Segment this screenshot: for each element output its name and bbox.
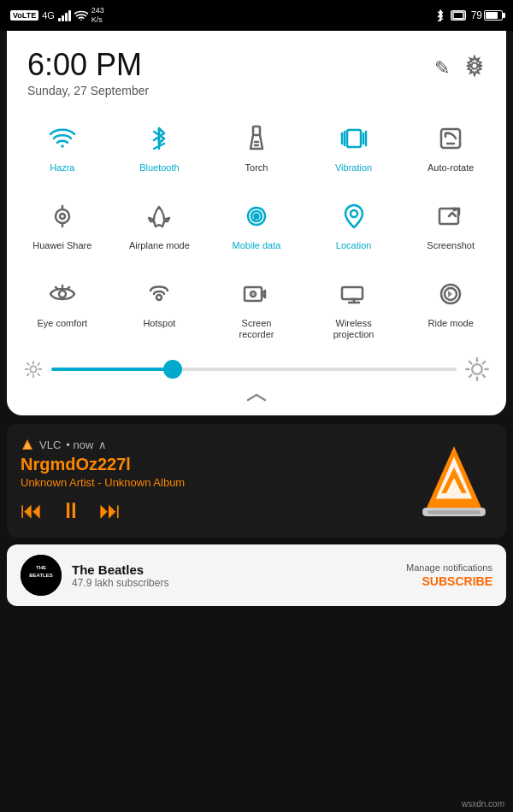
toggle-label-hotspot: Hotspot xyxy=(143,318,175,329)
svg-rect-9 xyxy=(253,127,260,135)
bluetooth-toggle-icon xyxy=(140,120,178,157)
svg-line-33 xyxy=(56,287,57,289)
toggle-label-auto-rotate: Auto-rotate xyxy=(428,162,474,174)
beatles-left: THE BEATLES The Beatles 47.9 lakh subscr… xyxy=(21,555,168,596)
watermark: wsxdn.com xyxy=(462,799,504,809)
svg-rect-4 xyxy=(453,12,463,19)
brightness-low-icon xyxy=(24,360,43,379)
svg-text:THE: THE xyxy=(36,565,46,570)
toggle-ride-mode[interactable]: Ride mode xyxy=(402,265,499,347)
battery-fill xyxy=(486,12,498,19)
location-toggle-icon xyxy=(335,197,373,235)
toggle-label-mobile-data: Mobile data xyxy=(233,240,281,251)
wifi-icon xyxy=(74,9,88,21)
vlc-header: VLC • now ∧ xyxy=(21,438,416,451)
svg-line-50 xyxy=(27,363,29,365)
panel-header: 6:00 PM Sunday, 27 September ✎ xyxy=(7,31,506,106)
toggle-auto-rotate[interactable]: Auto-rotate xyxy=(402,109,499,180)
beatles-text: The Beatles 47.9 lakh subscribers xyxy=(72,562,168,589)
edit-button[interactable]: ✎ xyxy=(434,57,450,79)
vlc-logo xyxy=(416,443,492,520)
svg-point-36 xyxy=(156,295,162,300)
manage-notifications-text: Manage notifications xyxy=(406,562,492,573)
svg-point-19 xyxy=(56,209,69,223)
toggle-label-wireless-projection: Wireless projection xyxy=(333,318,374,340)
header-icons: ✎ xyxy=(434,55,486,82)
toggle-hotspot[interactable]: Hotspot xyxy=(111,265,209,347)
quick-grid-row1: Hazra Bluetooth xyxy=(7,106,506,184)
vlc-next-button[interactable]: ⏭ xyxy=(99,497,121,524)
vibration-toggle-icon xyxy=(335,120,373,157)
torch-toggle-icon xyxy=(238,120,275,157)
toggle-bluetooth[interactable]: Bluetooth xyxy=(111,109,209,180)
svg-rect-12 xyxy=(347,130,361,147)
vlc-artist: Unknown Artist - Unknown Album xyxy=(21,476,416,489)
svg-point-32 xyxy=(59,291,66,297)
toggle-label-screen-recorder: Screen recorder xyxy=(239,318,274,340)
battery-icon xyxy=(484,10,503,21)
battery-percent: 79 xyxy=(471,9,482,21)
svg-rect-17 xyxy=(441,129,460,148)
settings-button[interactable] xyxy=(463,55,486,82)
beatles-logo: THE BEATLES xyxy=(21,555,62,596)
toggle-label-torch: Torch xyxy=(245,162,268,174)
notification-panel: 6:00 PM Sunday, 27 September ✎ xyxy=(7,31,506,415)
volte-badge: VoLTE xyxy=(10,10,38,21)
toggle-label-ride-mode: Ride mode xyxy=(428,318,474,329)
brightness-thumb[interactable] xyxy=(163,360,182,379)
signal-bars xyxy=(58,9,71,21)
status-bar: VoLTE 4G 243K/s 79 xyxy=(0,0,513,31)
screenshot-toggle-icon xyxy=(432,197,469,235)
toggle-screen-recorder[interactable]: Screen recorder xyxy=(208,265,305,347)
toggle-eye-comfort[interactable]: Eye comfort xyxy=(14,265,111,347)
toggle-mobile-data[interactable]: 1 Mobile data xyxy=(208,187,305,258)
wireless-projection-toggle-icon xyxy=(335,275,373,313)
toggle-hazra[interactable]: Hazra xyxy=(14,109,111,180)
subscribe-button[interactable]: SUBSCRIBE xyxy=(422,574,492,588)
toggle-screenshot[interactable]: Screenshot xyxy=(402,187,499,258)
toggle-airplane-mode[interactable]: Airplane mode xyxy=(111,187,209,258)
huawei-share-toggle-icon xyxy=(44,197,81,235)
vlc-info: VLC • now ∧ NrgmdOz227l Unknown Artist -… xyxy=(21,438,416,524)
signal-type: 4G xyxy=(42,10,55,21)
vlc-app-name: VLC xyxy=(39,438,61,451)
time-block: 6:00 PM Sunday, 27 September xyxy=(27,48,149,97)
svg-point-56 xyxy=(472,365,482,375)
svg-text:1: 1 xyxy=(252,213,256,221)
hotspot-toggle-icon xyxy=(140,275,178,313)
toggle-location[interactable]: Location xyxy=(305,187,403,258)
speed-text: 243K/s xyxy=(91,6,104,25)
vlc-chevron: ∧ xyxy=(98,438,107,451)
beatles-right: Manage notifications SUBSCRIBE xyxy=(406,562,492,588)
vlc-small-icon xyxy=(21,438,34,451)
svg-point-27 xyxy=(351,210,357,217)
svg-line-64 xyxy=(483,362,485,363)
toggle-torch[interactable]: Torch xyxy=(208,109,305,180)
toggle-label-eye-comfort: Eye comfort xyxy=(37,318,87,329)
svg-rect-41 xyxy=(342,287,363,299)
svg-point-0 xyxy=(80,20,82,21)
collapse-arrow[interactable] xyxy=(7,385,506,409)
vlc-track-title: NrgmdOz227l xyxy=(21,455,416,474)
quick-grid-row2: Huawei Share Airplane mode 1 Mobile da xyxy=(7,184,506,262)
status-right: 79 xyxy=(435,9,503,22)
toggle-label-hazra: Hazra xyxy=(50,162,74,174)
brightness-slider[interactable] xyxy=(51,368,457,371)
toggle-label-location: Location xyxy=(336,240,372,251)
beatles-subscribers: 47.9 lakh subscribers xyxy=(72,577,168,589)
toggle-label-vibration: Vibration xyxy=(335,162,372,174)
brightness-fill xyxy=(51,368,173,371)
svg-line-35 xyxy=(68,287,69,289)
vlc-pause-button[interactable]: ⏸ xyxy=(60,497,82,524)
toggle-wireless-projection[interactable]: Wireless projection xyxy=(305,265,403,347)
toggle-label-bluetooth: Bluetooth xyxy=(139,162,179,174)
svg-line-51 xyxy=(38,374,39,376)
auto-rotate-toggle-icon xyxy=(432,120,469,157)
beatles-channel-name: The Beatles xyxy=(72,562,168,577)
toggle-vibration[interactable]: Vibration xyxy=(305,109,403,180)
vlc-prev-button[interactable]: ⏮ xyxy=(21,497,43,524)
airplane-toggle-icon xyxy=(140,197,178,235)
screen-recorder-toggle-icon xyxy=(238,275,275,313)
toggle-huawei-share[interactable]: Huawei Share xyxy=(14,187,111,258)
vlc-notification: VLC • now ∧ NrgmdOz227l Unknown Artist -… xyxy=(7,424,506,538)
